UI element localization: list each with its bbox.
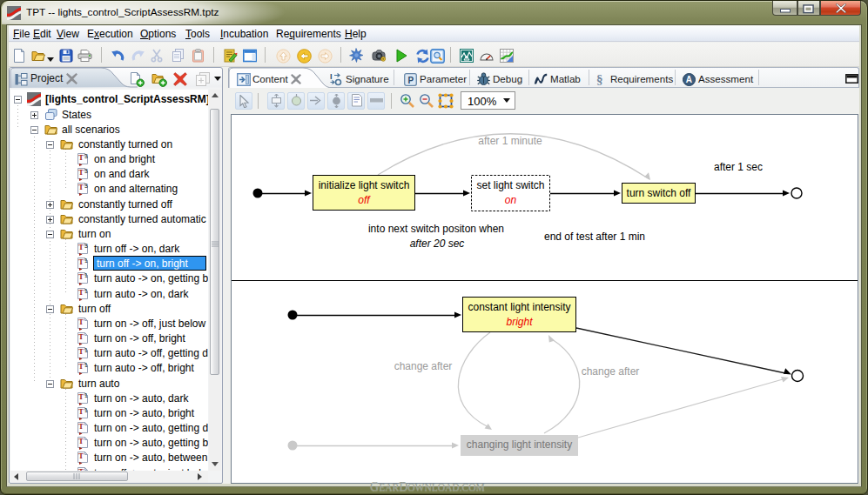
svg-text:3: 3 xyxy=(84,243,88,249)
svg-text:1: 1 xyxy=(84,272,88,278)
svg-text:1: 1 xyxy=(84,288,88,294)
svg-text:A: A xyxy=(686,75,692,84)
svg-text:1: 1 xyxy=(84,347,88,353)
svg-text:3: 3 xyxy=(84,153,88,159)
svg-text:I: I xyxy=(330,72,333,81)
svg-text:1: 1 xyxy=(84,258,88,264)
svg-text:1: 1 xyxy=(84,362,88,368)
svg-text:1: 1 xyxy=(84,407,88,413)
svg-text:3: 3 xyxy=(84,183,88,189)
svg-text:P: P xyxy=(408,76,414,85)
svg-text:3: 3 xyxy=(84,168,88,174)
svg-text:§: § xyxy=(596,72,603,86)
svg-text:1: 1 xyxy=(84,392,88,398)
